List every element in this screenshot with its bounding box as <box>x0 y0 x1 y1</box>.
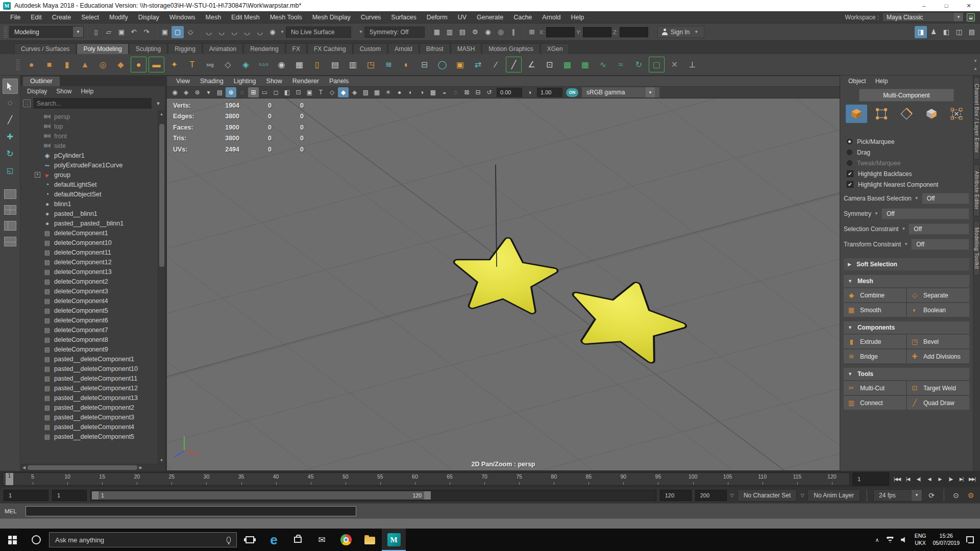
select-camera-icon[interactable]: ◉ <box>169 87 180 97</box>
select-hierarchy-icon[interactable]: ▣ <box>159 26 171 38</box>
pan-zoom-2d-icon[interactable]: ⊕ <box>226 87 236 97</box>
soft-selection-section[interactable]: ▶ Soft Selection <box>844 258 969 270</box>
multi-cut-icon[interactable]: ✂Multi-Cut <box>844 381 906 395</box>
outliner-menu-item[interactable]: Help <box>76 88 98 95</box>
cortana-button[interactable] <box>24 529 48 551</box>
taskbar-search-box[interactable]: Ask me anything <box>49 532 237 547</box>
render-settings-icon[interactable]: ⚙ <box>469 26 481 38</box>
outliner-item[interactable]: + defaultLightSet <box>20 180 158 189</box>
shelf-tab[interactable]: Rendering <box>243 43 285 54</box>
pause-viewport-icon[interactable]: ∥ <box>507 26 520 38</box>
outliner-item[interactable]: + persp <box>20 112 158 121</box>
poly-cone-icon[interactable]: ▲ <box>77 57 93 72</box>
playback-loop-icon[interactable]: ⟳ <box>926 490 937 501</box>
shelf-tab[interactable]: FX <box>286 43 307 54</box>
construction-plane-icon[interactable]: ◇ <box>220 57 236 72</box>
animation-preferences-icon[interactable]: ⚙ <box>965 490 976 501</box>
range-bar[interactable]: 1 120 <box>92 491 431 499</box>
coordinate-input[interactable] <box>546 27 575 37</box>
coordinate-input[interactable] <box>583 27 611 37</box>
outliner-item[interactable]: + pasted__blinn1 <box>20 209 158 218</box>
redo-icon[interactable]: ↷ <box>140 26 153 38</box>
combine-icon[interactable]: ◆Combine <box>844 288 906 302</box>
shelf-tab[interactable]: Rigging <box>168 43 202 54</box>
shelf-tab[interactable]: Bifrost <box>420 43 450 54</box>
microphone-icon[interactable] <box>227 537 231 543</box>
menu-item[interactable]: Edit Mesh <box>226 14 265 21</box>
outliner-item[interactable]: + group <box>20 170 158 180</box>
toggle-humanik-icon[interactable]: ♟ <box>927 26 940 38</box>
poly-cube-icon[interactable]: ■ <box>41 57 57 72</box>
minimize-button[interactable]: – <box>913 0 935 11</box>
taskbar-app-chrome[interactable] <box>334 529 358 551</box>
anim-layer-selector[interactable]: No Anim Layer <box>807 489 860 502</box>
move-to-origin-icon[interactable]: 0,0,0 <box>256 57 272 72</box>
gamma-field[interactable]: 1.00 <box>537 88 562 97</box>
shelf-tab[interactable]: Poly Modeling <box>77 43 128 54</box>
option-value[interactable]: Off <box>911 239 969 250</box>
flat-cube-icon[interactable]: ▣ <box>452 57 468 72</box>
outliner-item[interactable]: + deleteComponent9 <box>20 344 158 354</box>
multi-cut-shelf-icon[interactable]: ∕ <box>488 57 504 72</box>
save-scene-icon[interactable]: ▣ <box>115 26 128 38</box>
poly-star-icon[interactable]: ✦ <box>166 57 182 72</box>
maximize-button[interactable]: □ <box>935 0 958 11</box>
paint-select-tool[interactable] <box>3 112 18 128</box>
toolkit-radio[interactable]: Drag <box>844 147 969 158</box>
uv-mode-icon[interactable] <box>946 105 967 123</box>
outliner-item[interactable]: + front <box>20 131 158 141</box>
bevel-shelf-icon[interactable]: ◳ <box>363 57 379 72</box>
resolution-gate-icon[interactable]: ◻ <box>271 87 281 97</box>
poly-cylinder-icon[interactable]: ▮ <box>59 57 75 72</box>
open-scene-icon[interactable]: ▱ <box>103 26 115 38</box>
start-button[interactable] <box>0 529 24 551</box>
playback-end-field[interactable]: 120 <box>660 490 692 501</box>
sidebar-tab[interactable]: Modeling Toolkit <box>973 221 980 276</box>
outliner-item[interactable]: + deleteComponent2 <box>20 277 158 286</box>
depth-of-field-icon[interactable]: ◒ <box>439 87 450 97</box>
mirror-icon[interactable]: ⇄ <box>470 57 486 72</box>
mash-distribute-icon[interactable]: ▦ <box>577 57 593 72</box>
scroll-right-icon[interactable]: ▶ <box>139 465 142 470</box>
toggle-tool-settings-icon[interactable]: ◫ <box>953 26 965 38</box>
shelf-tab[interactable]: Curves / Surfaces <box>14 43 76 54</box>
toolkit-checkbox[interactable]: ✔ Highlight Backfaces <box>844 168 969 179</box>
ipr-render-icon[interactable]: ▤ <box>456 26 469 38</box>
clock[interactable]: 15:26 05/07/2019 <box>933 533 960 546</box>
range-track[interactable]: 1 120 <box>90 490 656 501</box>
quad-draw-icon[interactable]: ╱Quad Draw <box>907 396 969 410</box>
scroll-up-icon[interactable]: ▲ <box>160 110 164 117</box>
bridge-icon[interactable]: ≋Bridge <box>844 349 906 363</box>
exposure-field[interactable]: 0.00 <box>497 88 522 97</box>
sidebar-tab[interactable]: Channel Box / Layer Editor <box>973 77 980 160</box>
exposure-icon[interactable]: ↺ <box>484 87 495 97</box>
chevron-down-icon[interactable]: ▽ <box>800 493 804 498</box>
lasso-tool[interactable] <box>3 95 18 111</box>
hypershade-icon[interactable]: ◉ <box>482 26 494 38</box>
outliner-item[interactable]: + pasted__deleteComponent3 <box>20 412 158 422</box>
menu-item[interactable]: Modify <box>104 14 133 21</box>
option-value[interactable]: Off <box>881 208 969 219</box>
scale-tool[interactable] <box>3 163 18 178</box>
poly-sphere-icon[interactable]: ● <box>23 57 39 72</box>
animation-end-field[interactable]: 200 <box>695 490 727 501</box>
coordinate-entry-mode-icon[interactable]: ⊞ <box>526 26 538 38</box>
sculpt-tool-icon[interactable]: ⊥ <box>684 57 700 72</box>
scrollbar-thumb[interactable] <box>28 465 137 470</box>
outliner-item[interactable]: + deleteComponent5 <box>20 306 158 315</box>
layout-single-pane[interactable] <box>3 188 17 200</box>
combine-shelf-icon[interactable]: ▦ <box>291 57 307 72</box>
toolkit-radio[interactable]: Pick/Marquee <box>844 136 969 147</box>
workspace-lock-icon[interactable]: ⬓ <box>967 13 975 21</box>
menu-set-selector[interactable]: Modeling ▼ <box>9 26 84 38</box>
safe-action-icon[interactable]: ▣ <box>304 87 315 97</box>
viewport-menu-item[interactable]: Lighting <box>229 78 261 85</box>
poly-plane-icon[interactable]: ◆ <box>113 57 129 72</box>
render-current-frame-icon[interactable]: ▥ <box>444 26 456 38</box>
play-backward-icon[interactable]: ◀ <box>924 473 935 485</box>
viewport-menu-item[interactable]: Shading <box>195 78 229 85</box>
menu-item[interactable]: Surfaces <box>386 14 421 21</box>
colorspace-selector[interactable]: sRGB gamma ▼ <box>582 87 659 97</box>
target-weld-shelf-icon[interactable]: ⊡ <box>542 57 557 72</box>
outliner-item[interactable]: + defaultObjectSet <box>20 189 158 199</box>
